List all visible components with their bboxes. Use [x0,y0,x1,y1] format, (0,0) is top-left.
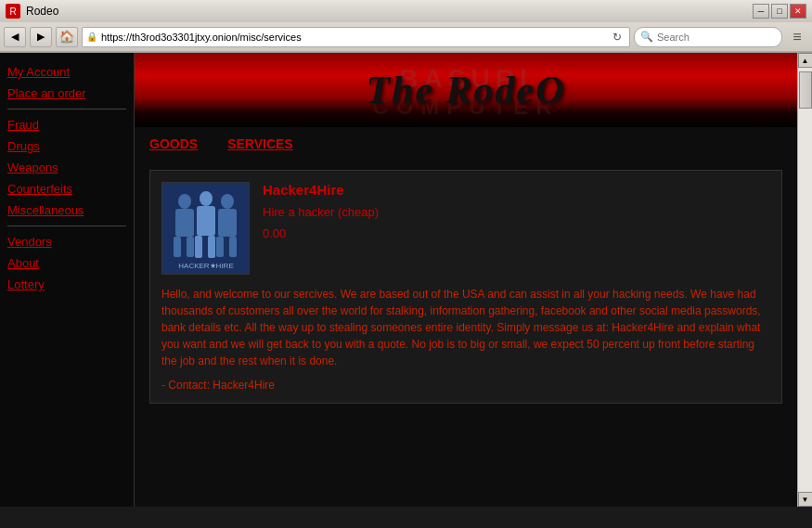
sidebar-divider-1 [7,109,126,109]
back-button[interactable]: ◀ [4,27,26,47]
site-title: The RodeO [366,68,565,112]
sidebar-item-miscellaneous[interactable]: Miscellaneous [7,202,126,218]
home-icon: 🏠 [56,27,78,47]
svg-rect-7 [195,236,202,258]
scroll-up-arrow[interactable]: ▲ [798,53,813,68]
svg-point-1 [178,194,191,209]
scroll-down-arrow[interactable]: ▼ [798,492,813,507]
window-title: Rodeo [26,5,58,18]
svg-rect-8 [208,236,215,258]
card-description: Hello, and welcome to our sercives. We a… [161,286,770,369]
sidebar-item-my-account[interactable]: My Account [7,64,126,80]
main-layout: My Account Place an order Fraud Drugs We… [0,53,812,507]
forward-button[interactable]: ▶ [30,27,52,47]
card-header: HACKER★HIRE Hacker4Hire Hire a hacker (c… [161,182,770,275]
svg-rect-11 [216,237,224,257]
svg-rect-3 [174,237,181,257]
search-input[interactable] [657,32,785,43]
sidebar-item-fraud[interactable]: Fraud [7,117,126,133]
menu-button[interactable]: ≡ [786,29,808,45]
card-info: Hacker4Hire Hire a hacker (cheap) 0.00 [263,182,770,275]
sidebar: My Account Place an order Fraud Drugs We… [0,53,135,507]
search-icon: 🔍 [640,31,653,43]
sidebar-item-weapons[interactable]: Weapons [7,160,126,175]
nav-bar: ◀ ▶ 🏠 🔒 ↻ 🔍 ≡ [0,22,812,52]
card-subtitle: Hire a hacker (cheap) [263,205,770,219]
sidebar-item-drugs[interactable]: Drugs [7,138,126,154]
minimize-button[interactable]: ─ [753,4,769,19]
card-contact: - Contact: Hacker4Hire [161,379,770,392]
title-bar: R Rodeo ─ □ ✕ [0,0,812,22]
content-area: BASURI The RodeO COMPUTER GOODS SERVICES [135,53,797,507]
scroll-thumb[interactable] [799,71,812,109]
svg-text:HACKER★HIRE: HACKER★HIRE [178,262,233,270]
app-icon: R [6,4,20,19]
svg-point-5 [200,191,213,206]
search-bar[interactable]: 🔍 [634,27,782,47]
sidebar-item-counterfeits[interactable]: Counterfeits [7,181,126,197]
refresh-button[interactable]: ↻ [609,31,625,44]
svg-rect-6 [197,206,215,236]
sidebar-divider-2 [7,225,126,226]
hacker-image: HACKER★HIRE [161,182,250,275]
lock-icon: 🔒 [86,32,97,42]
card-price: 0.00 [263,226,770,240]
svg-rect-10 [218,209,237,237]
scrollbar[interactable]: ▲ ▼ [797,53,812,507]
scroll-track[interactable] [798,68,812,492]
tab-services[interactable]: SERVICES [227,136,293,151]
close-button[interactable]: ✕ [790,4,806,19]
svg-rect-12 [229,237,237,257]
card-title: Hacker4Hire [263,182,770,198]
maximize-button[interactable]: □ [771,4,788,19]
svg-rect-2 [175,209,194,237]
tabs-bar: GOODS SERVICES [135,127,797,151]
url-bar[interactable]: 🔒 ↻ [82,27,630,47]
sidebar-item-vendors[interactable]: Vendors [7,234,126,250]
svg-rect-4 [187,237,194,257]
tab-goods[interactable]: GOODS [149,136,198,151]
sidebar-item-about[interactable]: About [7,255,126,271]
url-input[interactable] [101,32,605,43]
site-header: BASURI The RodeO COMPUTER [135,53,797,127]
service-card: HACKER★HIRE Hacker4Hire Hire a hacker (c… [149,170,782,404]
svg-point-9 [221,194,234,209]
sidebar-item-lottery[interactable]: Lottery [7,277,126,292]
sidebar-item-place-order[interactable]: Place an order [7,85,126,101]
